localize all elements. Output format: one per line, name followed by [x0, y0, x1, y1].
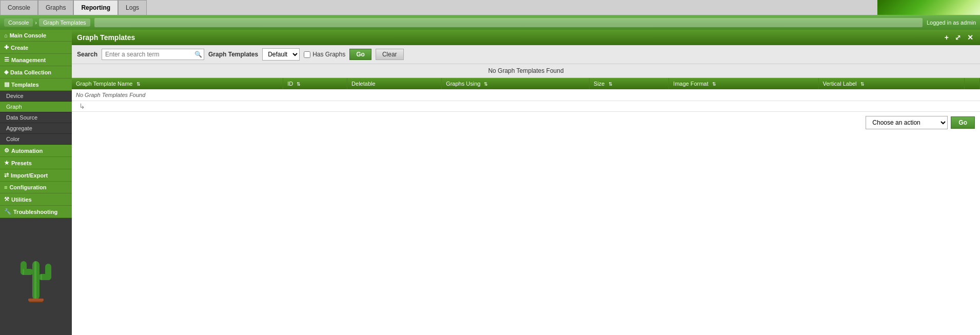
sidebar-section-automation[interactable]: ⚙ Automation	[0, 145, 72, 157]
sidebar-item-color[interactable]: Color	[0, 134, 72, 145]
sort-icon-name: ⇅	[136, 82, 141, 87]
content-area: Graph Templates + ⤢ ✕ Search 🔍 Graph Tem…	[72, 30, 980, 335]
col-image-format[interactable]: Image Format ⇅	[669, 78, 818, 89]
no-results-banner: No Graph Templates Found	[72, 64, 980, 78]
sidebar-section-data-collection[interactable]: ◈ Data Collection	[0, 66, 72, 78]
home-icon: ⌂	[4, 32, 8, 38]
sort-icon-graphs: ⇅	[484, 82, 488, 87]
table-header-row: Graph Template Name ⇅ ID ⇅ Deletable Gra…	[72, 78, 980, 89]
data-icon: ◈	[4, 69, 8, 75]
content-header: Graph Templates + ⤢ ✕	[72, 30, 980, 45]
action-select[interactable]: Choose an action	[866, 116, 948, 129]
search-magnifier-icon[interactable]: 🔍	[194, 51, 202, 58]
svg-rect-5	[34, 261, 36, 300]
sidebar-item-aggregate[interactable]: Aggregate	[0, 123, 72, 134]
tab-graphs[interactable]: Graphs	[38, 0, 73, 15]
tab-console[interactable]: Console	[0, 0, 38, 15]
sort-icon-format: ⇅	[712, 82, 716, 87]
empty-message: No Graph Templates Found	[72, 89, 980, 101]
sidebar-item-graph[interactable]: Graph	[0, 102, 72, 112]
resize-icon-btn[interactable]: ⤢	[953, 33, 963, 42]
main-layout: ⌂ Main Console ✚ Create ☰ Management ◈ D…	[0, 30, 980, 335]
svg-rect-4	[45, 264, 51, 280]
col-id[interactable]: ID ⇅	[283, 78, 347, 89]
has-graphs-wrap: Has Graphs	[304, 51, 345, 58]
tab-logs[interactable]: Logs	[118, 0, 147, 15]
search-label: Search	[77, 51, 97, 58]
logged-in-label: Logged in as admin	[927, 19, 976, 26]
tab-reporting[interactable]: Reporting	[73, 0, 118, 15]
cactus-decoration	[0, 218, 72, 335]
sidebar-section-templates[interactable]: ▤ Templates	[0, 78, 72, 91]
indent-area: ↳	[72, 101, 980, 111]
sidebar: ⌂ Main Console ✚ Create ☰ Management ◈ D…	[0, 30, 72, 335]
table-footer: Choose an action Go	[72, 111, 980, 133]
breadcrumb-console[interactable]: Console	[4, 18, 33, 27]
presets-icon: ★	[4, 160, 9, 166]
sidebar-section-create[interactable]: ✚ Create	[0, 42, 72, 54]
sidebar-section-configuration[interactable]: ≡ Configuration	[0, 182, 72, 193]
cactus-image	[15, 246, 56, 308]
close-icon-btn[interactable]: ✕	[966, 33, 975, 42]
col-deletable[interactable]: Deletable	[347, 78, 442, 89]
sidebar-item-device[interactable]: Device	[0, 91, 72, 102]
top-nav: Console Graphs Reporting Logs	[0, 0, 980, 15]
sidebar-item-data-source[interactable]: Data Source	[0, 112, 72, 123]
add-icon-btn[interactable]: +	[943, 33, 950, 42]
search-input[interactable]	[102, 49, 204, 60]
indent-icon: ↳	[75, 100, 89, 112]
page-title: Graph Templates	[77, 33, 135, 42]
svg-rect-6	[23, 269, 24, 275]
list-icon: ☰	[4, 56, 9, 63]
data-table: Graph Template Name ⇅ ID ⇅ Deletable Gra…	[72, 78, 980, 101]
has-graphs-label: Has Graphs	[312, 51, 345, 58]
breadcrumb-spacer	[94, 18, 923, 27]
sidebar-section-management[interactable]: ☰ Management	[0, 54, 72, 66]
col-graphs-using[interactable]: Graphs Using ⇅	[442, 78, 590, 89]
action-go-button[interactable]: Go	[951, 116, 975, 129]
sort-icon-id: ⇅	[297, 82, 301, 87]
svg-rect-9	[28, 299, 44, 301]
sidebar-section-main-console[interactable]: ⌂ Main Console	[0, 30, 72, 42]
sidebar-section-import-export[interactable]: ⇄ Import/Export	[0, 169, 72, 182]
col-vertical-label[interactable]: Vertical Label ⇅	[818, 78, 964, 89]
header-icons: + ⤢ ✕	[943, 33, 975, 42]
utilities-icon: ⚒	[4, 196, 9, 203]
automation-icon: ⚙	[4, 147, 9, 154]
sidebar-section-troubleshooting[interactable]: 🔧 Troubleshooting	[0, 206, 72, 218]
go-button[interactable]: Go	[349, 49, 371, 60]
breadcrumb-graph-templates: Graph Templates	[39, 18, 90, 27]
filter-label: Graph Templates	[208, 51, 258, 58]
table-row-empty: No Graph Templates Found	[72, 89, 980, 101]
table-area: No Graph Templates Found Graph Template …	[72, 64, 980, 335]
breadcrumb-bar: Console › Graph Templates Logged in as a…	[0, 15, 980, 30]
search-bar: Search 🔍 Graph Templates Default Has Gra…	[72, 45, 980, 64]
importexport-icon: ⇄	[4, 172, 9, 179]
template-icon: ▤	[4, 81, 9, 88]
sidebar-section-presets[interactable]: ★ Presets	[0, 157, 72, 169]
troubleshoot-icon: 🔧	[4, 208, 11, 215]
svg-rect-7	[41, 274, 42, 280]
app-logo	[877, 0, 980, 15]
breadcrumb-separator: ›	[35, 19, 37, 26]
col-size[interactable]: Size ⇅	[590, 78, 669, 89]
col-actions	[965, 78, 980, 89]
clear-button[interactable]: Clear	[376, 49, 404, 60]
search-input-wrap: 🔍	[102, 49, 204, 60]
config-icon: ≡	[4, 184, 7, 190]
sort-icon-size: ⇅	[609, 82, 613, 87]
plus-icon: ✚	[4, 44, 9, 51]
has-graphs-checkbox[interactable]	[304, 51, 310, 58]
sidebar-section-utilities[interactable]: ⚒ Utilities	[0, 193, 72, 206]
sort-icon-vlabel: ⇅	[860, 82, 865, 87]
filter-select[interactable]: Default	[262, 48, 300, 61]
col-graph-template-name[interactable]: Graph Template Name ⇅	[72, 78, 283, 89]
